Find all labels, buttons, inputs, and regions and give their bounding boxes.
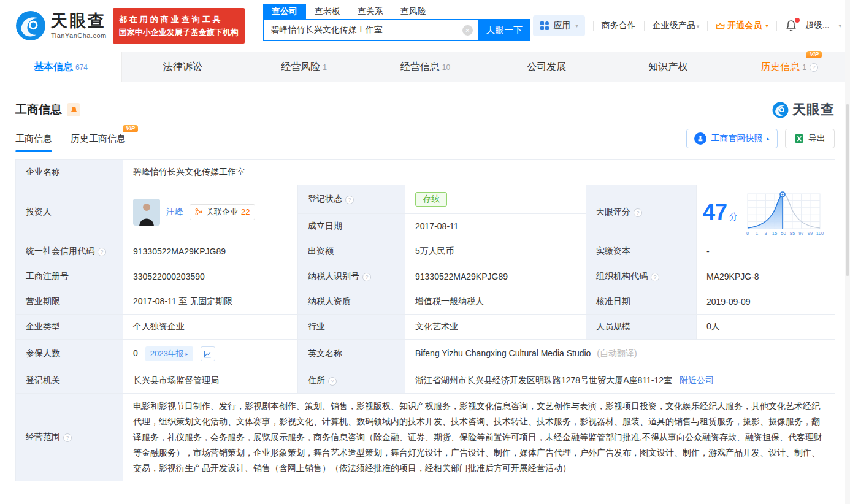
business-info-table: 企业名称 碧峰怡竹长兴文化传媒工作室 投资人 xyxy=(15,159,835,481)
english-name-value: Bifeng Yizhu Changxing Cultural Media St… xyxy=(415,348,591,358)
divider xyxy=(707,21,708,31)
industry-value: 文化艺术业 xyxy=(405,315,586,340)
tab-operation-risk[interactable]: 经营风险1 xyxy=(243,52,365,82)
insured-trend-chart-button[interactable] xyxy=(201,346,215,361)
tab-basic-info[interactable]: 基本信息674 xyxy=(0,52,122,82)
help-icon[interactable]: ? xyxy=(634,208,642,217)
tyc-score-value: 47 分 xyxy=(703,188,829,236)
bell-icon xyxy=(70,106,78,114)
paid-capital-label: 实缴资本 xyxy=(586,239,697,264)
search-tab-risk[interactable]: 查风险 xyxy=(392,4,435,19)
svg-text:99: 99 xyxy=(808,231,813,236)
status-badge: 存续 xyxy=(415,192,447,207)
nav-business-coop[interactable]: 商务合作 xyxy=(602,20,636,31)
search-button[interactable]: 天眼一下 xyxy=(479,19,530,41)
svg-text:15: 15 xyxy=(772,231,777,236)
nav-open-vip[interactable]: 开通会员 ▾ xyxy=(716,20,768,31)
company-name-value: 碧峰怡竹长兴文化传媒工作室 xyxy=(123,160,835,185)
stamp-icon xyxy=(694,132,706,145)
insured-count-value: 0 xyxy=(133,348,138,358)
search-tabs: 查公司 查老板 查关系 查风险 xyxy=(263,4,530,19)
table-row: 投资人 汪峰 xyxy=(16,185,835,214)
taxpayer-quality-value: 增值税一般纳税人 xyxy=(405,289,586,315)
industry-label: 行业 xyxy=(298,315,405,340)
help-icon[interactable]: ? xyxy=(98,248,106,256)
logo-domain: TianYanCha.com xyxy=(51,32,107,39)
related-companies-badge[interactable]: 关联企业 22 xyxy=(190,204,255,220)
help-icon[interactable]: ? xyxy=(810,63,818,72)
investor-name-link[interactable]: 汪峰 xyxy=(166,207,183,218)
subtab-business-info[interactable]: 工商信息 xyxy=(15,133,52,152)
tianyancha-logo[interactable]: 天眼查 TianYanCha.com xyxy=(15,10,107,41)
english-name-label: 英文名称 xyxy=(298,340,405,368)
clear-search-icon[interactable]: ✕ xyxy=(462,25,473,36)
divider xyxy=(644,21,645,31)
taxpayer-id-label: 纳税人识别号 xyxy=(308,271,359,281)
credit-code-value: 91330522MA29KPJG89 xyxy=(123,239,298,264)
vip-badge: VIP xyxy=(806,51,822,58)
watermark-text: 天眼查 xyxy=(792,101,835,119)
official-snapshot-button[interactable]: 工商官网快照 ▸ xyxy=(686,129,778,148)
export-button[interactable]: 导出 xyxy=(785,129,835,148)
investor-label: 投资人 xyxy=(16,185,123,239)
tab-operation-info[interactable]: 经营信息10 xyxy=(365,52,486,82)
search-tab-boss[interactable]: 查老板 xyxy=(306,4,349,19)
page-scrollbar xyxy=(845,0,850,504)
help-icon[interactable]: ? xyxy=(328,377,337,386)
insured-count-label: 参保人数 xyxy=(16,340,123,368)
help-icon[interactable]: ? xyxy=(651,273,659,281)
nearby-companies-link[interactable]: 附近公司 xyxy=(680,375,714,385)
apps-menu[interactable]: 应用 ▾ xyxy=(533,15,585,36)
subscribe-bell-button[interactable] xyxy=(67,103,80,116)
investor-avatar[interactable] xyxy=(133,199,160,226)
address-label: 住所 xyxy=(308,375,325,385)
table-row: 登记机关 长兴县市场监督管理局 住所? 浙江省湖州市长兴县经济开发区明珠路127… xyxy=(16,368,835,394)
table-row: 经营范围? 电影和影视节目制作、发行，影视剧本创作、策划、销售，影视版权、知识产… xyxy=(16,394,835,481)
reg-number-value: 330522000203590 xyxy=(123,264,298,289)
tianyancha-page: 天眼查 TianYanCha.com 都在用的商业查询工具 国家中小企业发展子基… xyxy=(0,0,850,481)
nav-super-account[interactable]: 超级... xyxy=(805,20,830,31)
company-section-tabs: 基本信息674 法律诉讼 经营风险1 经营信息10 公司发展 知识产权 VIP … xyxy=(0,52,850,82)
chevron-down-icon: ▾ xyxy=(765,23,768,29)
tab-company-development[interactable]: 公司发展 xyxy=(486,52,607,82)
chevron-down-icon: ▾ xyxy=(838,23,841,29)
help-icon[interactable]: ? xyxy=(345,196,354,204)
chevron-right-icon: ▸ xyxy=(186,351,188,357)
slogan-line1: 都在用的商业查询工具 xyxy=(119,13,239,26)
line-chart-icon xyxy=(204,350,212,358)
address-value: 浙江省湖州市长兴县经济开发区明珠路1278号世贸大厦A座811-12室 xyxy=(415,375,672,385)
contribution-value: 5万人民币 xyxy=(405,239,586,264)
credit-code-label: 统一社会信用代码 xyxy=(26,246,94,256)
search-tab-relation[interactable]: 查关系 xyxy=(349,4,392,19)
establish-date-value: 2017-08-11 xyxy=(405,214,586,239)
taxpayer-id-value: 91330522MA29KPJG89 xyxy=(405,264,586,289)
tab-legal-litigation[interactable]: 法律诉讼 xyxy=(122,52,243,82)
help-icon[interactable]: ? xyxy=(63,433,72,442)
business-scope-label: 经营范围 xyxy=(26,432,60,441)
notifications-bell[interactable] xyxy=(785,20,797,32)
search-tab-company[interactable]: 查公司 xyxy=(263,4,306,19)
slogan-banner: 都在用的商业查询工具 国家中小企业发展子基金旗下机构 xyxy=(113,8,245,44)
top-header: 天眼查 TianYanCha.com 都在用的商业查询工具 国家中小企业发展子基… xyxy=(0,0,850,52)
slogan-line2: 国家中小企业发展子基金旗下机构 xyxy=(119,26,239,39)
chevron-down-icon: ▾ xyxy=(697,23,700,29)
business-scope-value: 电影和影视节目制作、发行，影视剧本创作、策划、销售，影视版权、知识产权服务，影视… xyxy=(123,394,835,481)
table-row: 工商注册号 330522000203590 纳税人识别号? 91330522MA… xyxy=(16,264,835,289)
network-icon xyxy=(195,208,203,216)
help-icon[interactable]: ? xyxy=(362,273,371,281)
subtab-history-business-info[interactable]: 历史工商信息 VIP xyxy=(71,133,126,152)
nav-enterprise-products[interactable]: 企业级产品▾ xyxy=(653,20,700,31)
annual-report-badge[interactable]: 2023年报▸ xyxy=(145,346,193,361)
establish-date-label: 成立日期 xyxy=(298,214,405,239)
tab-history-info[interactable]: VIP 历史信息 1 ? xyxy=(729,52,850,82)
company-name-label: 企业名称 xyxy=(16,160,123,185)
org-code-label: 组织机构代码 xyxy=(596,271,648,281)
reg-authority-label: 登记机关 xyxy=(16,368,123,394)
scrollbar-thumb[interactable] xyxy=(846,104,849,276)
search-input[interactable] xyxy=(264,20,478,40)
tianyancha-watermark: 天眼查 xyxy=(772,101,835,119)
tab-intellectual-property[interactable]: 知识产权 xyxy=(607,52,729,82)
auto-translate-note: (自动翻译) xyxy=(597,348,637,358)
reg-number-label: 工商注册号 xyxy=(16,264,123,289)
paid-capital-value: - xyxy=(697,239,835,264)
